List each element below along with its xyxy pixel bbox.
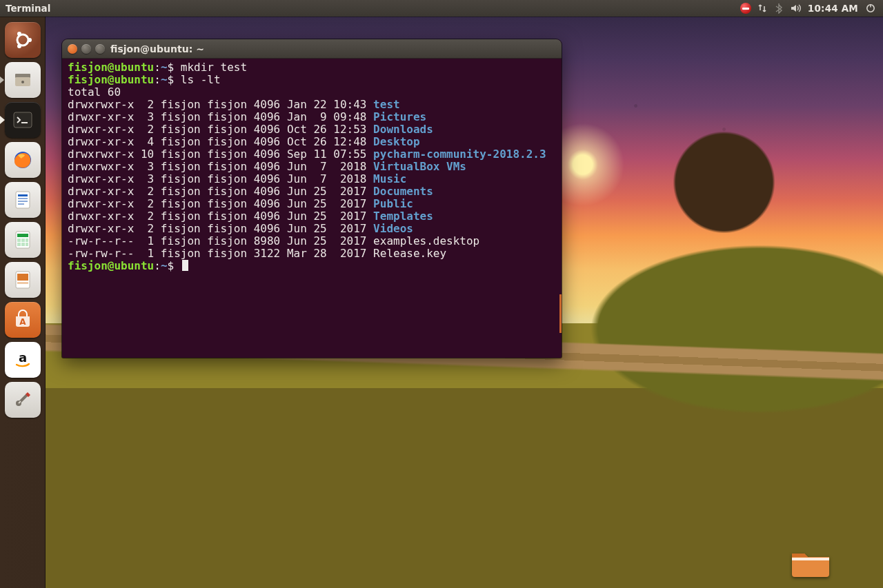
ls-row: drwxr-xr-x 2 fisjon fisjon 4096 Jun 25 2… <box>68 210 556 223</box>
file-manager-icon <box>11 68 34 92</box>
svg-rect-19 <box>26 239 28 242</box>
svg-rect-13 <box>18 201 28 202</box>
active-app-title[interactable]: Terminal <box>6 3 50 14</box>
window-title: fisjon@ubuntu: ~ <box>110 43 204 54</box>
ls-row: drwxr-xr-x 4 fisjon fisjon 4096 Oct 26 1… <box>68 136 556 148</box>
window-close-button[interactable] <box>68 44 77 54</box>
ls-row: drwxr-xr-x 3 fisjon fisjon 4096 Jun 7 20… <box>68 173 556 185</box>
terminal-prompt[interactable]: fisjon@ubuntu:~$ <box>68 260 556 272</box>
settings-icon <box>11 388 34 412</box>
terminal-line: fisjon@ubuntu:~$ mkdir test <box>68 61 556 74</box>
svg-text:A: A <box>19 317 26 327</box>
svg-rect-14 <box>18 203 24 205</box>
ubuntu-logo-icon <box>11 28 34 52</box>
terminal-titlebar[interactable]: fisjon@ubuntu: ~ <box>62 39 562 59</box>
svg-rect-20 <box>17 243 21 246</box>
software-center-icon: A <box>11 308 34 332</box>
impress-icon <box>11 268 34 292</box>
launcher-writer[interactable] <box>5 182 41 218</box>
launcher-calc[interactable] <box>5 222 41 258</box>
terminal-cursor <box>182 260 188 271</box>
launcher-impress[interactable] <box>5 262 41 298</box>
svg-rect-11 <box>18 194 28 196</box>
firefox-icon <box>11 148 34 172</box>
ls-row: -rw-rw-r-- 1 fisjon fisjon 3122 Mar 28 2… <box>68 247 556 260</box>
terminal-line: fisjon@ubuntu:~$ ls -lt <box>68 74 556 86</box>
launcher-files[interactable] <box>5 62 41 98</box>
network-indicator-icon[interactable] <box>754 0 771 17</box>
clock[interactable]: 10:44 AM <box>804 3 862 14</box>
terminal-icon <box>11 108 34 132</box>
calc-icon <box>11 228 34 252</box>
svg-text:a: a <box>18 350 26 365</box>
launcher-terminal[interactable] <box>5 102 41 138</box>
ls-row: drwxr-xr-x 3 fisjon fisjon 4096 Jan 9 09… <box>68 111 556 123</box>
ls-row: -rw-r--r-- 1 fisjon fisjon 8980 Jun 25 2… <box>68 235 556 247</box>
terminal-output-area[interactable]: fisjon@ubuntu:~$ mkdir testfisjon@ubuntu… <box>62 59 562 358</box>
session-indicator-icon[interactable] <box>862 0 879 17</box>
launcher-firefox[interactable] <box>5 142 41 178</box>
terminal-window[interactable]: fisjon@ubuntu: ~ fisjon@ubuntu:~$ mkdir … <box>62 39 562 358</box>
svg-rect-8 <box>14 112 32 128</box>
svg-rect-18 <box>21 239 25 242</box>
svg-rect-22 <box>26 243 28 246</box>
ls-row: drwxr-xr-x 2 fisjon fisjon 4096 Jun 25 2… <box>68 185 556 198</box>
amazon-icon: a <box>11 348 34 372</box>
ls-row: drwxrwxr-x 3 fisjon fisjon 4096 Jun 7 20… <box>68 161 556 173</box>
update-error-indicator-icon[interactable] <box>737 0 754 17</box>
svg-rect-12 <box>18 198 28 199</box>
ls-row: drwxr-xr-x 2 fisjon fisjon 4096 Jun 25 2… <box>68 223 556 235</box>
writer-icon <box>11 188 34 212</box>
terminal-scrollbar[interactable] <box>559 294 562 333</box>
terminal-line: total 60 <box>68 86 556 99</box>
svg-point-4 <box>17 44 21 48</box>
window-minimize-button[interactable] <box>81 44 91 54</box>
svg-point-3 <box>17 32 21 36</box>
svg-rect-17 <box>17 239 21 242</box>
svg-rect-16 <box>17 234 28 237</box>
svg-rect-24 <box>17 274 28 281</box>
sound-indicator-icon[interactable] <box>787 0 804 17</box>
svg-point-2 <box>28 38 32 42</box>
svg-point-1 <box>17 34 28 45</box>
ls-row: drwxr-xr-x 2 fisjon fisjon 4096 Jun 25 2… <box>68 198 556 210</box>
unity-launcher: A a <box>0 17 46 588</box>
launcher-dash[interactable] <box>5 22 41 58</box>
window-maximize-button[interactable] <box>95 44 105 54</box>
ls-row: drwxr-xr-x 2 fisjon fisjon 4096 Oct 26 1… <box>68 123 556 136</box>
top-panel: Terminal 10:44 AM <box>0 0 883 17</box>
ls-row: drwxrwxr-x 2 fisjon fisjon 4096 Jan 22 1… <box>68 99 556 111</box>
svg-point-7 <box>21 81 24 83</box>
launcher-amazon[interactable]: a <box>5 342 41 378</box>
svg-rect-10 <box>16 192 30 208</box>
bluetooth-indicator-icon[interactable] <box>771 0 787 17</box>
svg-rect-21 <box>21 243 25 246</box>
desktop-folder-icon[interactable] <box>789 545 832 578</box>
ls-row: drwxrwxr-x 10 fisjon fisjon 4096 Sep 11 … <box>68 148 556 161</box>
launcher-software[interactable]: A <box>5 302 41 338</box>
svg-rect-25 <box>17 282 28 284</box>
launcher-settings[interactable] <box>5 382 41 418</box>
